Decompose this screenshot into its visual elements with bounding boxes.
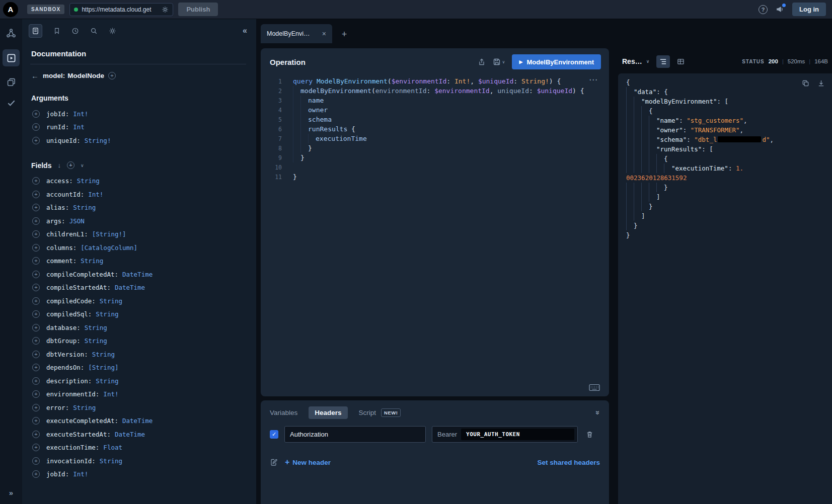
field-item[interactable]: +compiledSql:String [30,308,246,321]
help-icon[interactable]: ? [759,5,768,14]
add-to-query-icon[interactable]: + [32,444,40,451]
field-item[interactable]: +args:JSON [30,214,246,228]
add-to-query-icon[interactable]: + [32,337,40,345]
sort-icon[interactable]: ↓ [57,161,61,169]
field-item[interactable]: +dependsOn:[String] [30,361,246,375]
header-enabled-checkbox[interactable]: ✓ [270,430,278,439]
field-item[interactable]: +description:String [30,374,246,388]
field-item[interactable]: +comment:String [30,255,246,268]
tab-variables[interactable]: Variables [270,409,297,416]
add-to-query-icon[interactable]: + [32,417,40,425]
field-type[interactable]: Int! [73,470,88,478]
endpoint-input[interactable]: https://metadata.cloud.get [69,3,173,16]
add-to-query-icon[interactable]: + [108,72,116,79]
set-shared-headers-link[interactable]: Set shared headers [537,459,600,466]
field-type[interactable]: DateTime [115,284,145,291]
response-format-icon[interactable] [656,55,670,68]
field-item[interactable]: +error:String [30,401,246,414]
field-type[interactable]: Float [103,444,122,451]
save-dropdown-chevron-icon[interactable]: ∨ [502,60,505,64]
add-to-query-icon[interactable]: + [32,191,40,198]
keyboard-shortcuts-icon[interactable] [589,384,600,391]
field-type[interactable]: Int! [103,390,118,398]
search-icon[interactable] [90,27,98,35]
delete-header-icon[interactable] [586,431,593,439]
field-type[interactable]: DateTime [122,417,153,425]
run-operation-button[interactable]: ▶ ModelByEnvironment [512,54,601,69]
field-type[interactable]: String [92,351,115,358]
field-item[interactable]: +executionTime:Float [30,441,246,455]
field-item[interactable]: +database:String [30,321,246,334]
bulk-edit-icon[interactable] [270,458,278,466]
auth-token-value[interactable]: YOUR_AUTH_TOKEN [461,429,574,440]
publish-button[interactable]: Publish [178,3,218,16]
field-item[interactable]: +invocationId:String [30,454,246,468]
add-to-query-icon[interactable]: + [32,271,40,278]
close-tab-icon[interactable]: × [322,30,326,38]
add-header-button[interactable]: + New header [285,458,331,467]
add-to-query-icon[interactable]: + [32,257,40,265]
response-table-icon[interactable] [674,55,688,68]
field-item[interactable]: +jobId:Int! [30,107,246,121]
breadcrumb-type[interactable]: ModelNode [67,72,104,79]
bookmark-icon[interactable] [53,27,60,35]
apollo-logo[interactable]: A [3,2,18,17]
field-item[interactable]: +dbtGroup:String [30,334,246,348]
add-to-query-icon[interactable]: + [32,310,40,318]
add-to-query-icon[interactable]: + [32,217,40,225]
explorer-icon[interactable] [3,49,20,66]
field-item[interactable]: +childrenL1:[String!] [30,228,246,241]
history-icon[interactable] [71,27,79,35]
announcements-icon[interactable] [776,5,784,14]
header-key-input[interactable]: Authorization [284,426,426,443]
add-to-query-icon[interactable]: + [32,284,40,291]
chevron-down-icon[interactable]: ∨ [81,163,84,168]
add-to-query-icon[interactable]: + [32,377,40,385]
add-to-query-icon[interactable]: + [32,364,40,371]
save-button[interactable]: ∨ [493,58,505,66]
field-type[interactable]: String [85,337,107,345]
field-item[interactable]: +alias:String [30,201,246,215]
field-item[interactable]: +executeCompletedAt:DateTime [30,414,246,428]
add-to-query-icon[interactable]: + [32,204,40,211]
add-to-query-icon[interactable]: + [32,297,40,305]
collapse-docs-icon[interactable]: « [243,26,247,35]
field-type[interactable]: String [100,457,122,465]
field-type[interactable]: DateTime [115,431,145,438]
field-type[interactable]: String [85,324,107,331]
field-item[interactable]: +dbtVersion:String [30,348,246,361]
query-editor[interactable]: 1query ModelByEnvironment($environmentId… [261,76,609,182]
add-to-query-icon[interactable]: + [32,404,40,411]
field-type[interactable]: String [96,377,118,385]
field-item[interactable]: +compiledCode:String [30,294,246,308]
operation-tab[interactable]: ModelByEnvi… × [261,24,332,43]
collections-icon[interactable] [7,77,16,87]
field-type[interactable]: [CatalogColumn] [81,244,137,251]
add-to-query-icon[interactable]: + [32,244,40,251]
docs-icon[interactable] [29,24,42,38]
field-type[interactable]: String [73,204,96,211]
tab-headers[interactable]: Headers [309,406,347,419]
field-item[interactable]: +uniqueId:String! [30,134,246,147]
add-to-query-icon[interactable]: + [32,177,40,185]
add-to-query-icon[interactable]: + [32,230,40,238]
endpoint-url[interactable]: https://metadata.cloud.get [82,6,158,13]
field-item[interactable]: +access:String [30,175,246,188]
response-title[interactable]: Res… [622,57,642,65]
graph-icon[interactable] [6,28,16,38]
add-to-query-icon[interactable]: + [32,431,40,438]
download-response-icon[interactable] [817,79,825,87]
field-type[interactable]: Int! [73,110,88,118]
field-type[interactable]: JSON [69,217,85,225]
field-type[interactable]: [String!] [92,230,126,238]
field-item[interactable]: +environmentId:Int! [30,388,246,401]
expand-rail-icon[interactable]: » [9,488,13,497]
field-item[interactable]: +runId:Int [30,121,246,134]
field-type[interactable]: DateTime [122,271,153,278]
field-type[interactable]: String [73,404,96,411]
field-type[interactable]: String! [85,137,111,144]
checks-icon[interactable] [7,98,16,108]
add-to-query-icon[interactable]: + [32,324,40,331]
login-button[interactable]: Log in [792,3,826,16]
tab-script[interactable]: Script [359,409,376,416]
